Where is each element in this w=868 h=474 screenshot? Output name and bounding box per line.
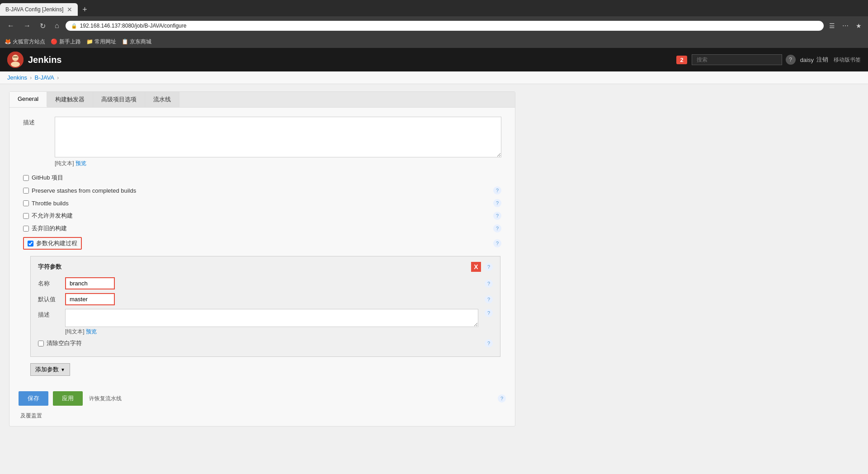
tab-general[interactable]: General [9, 92, 47, 107]
help-param-section-icon[interactable]: ? [485, 263, 493, 271]
checkbox-throttle-row: Throttle builds [23, 200, 69, 207]
jenkins-title: Jenkins [28, 55, 61, 65]
bookmark-common[interactable]: 📁 常用网址 [86, 38, 116, 46]
address-text: 192.168.146.137:8080/job/B-JAVA/configur… [80, 23, 818, 29]
param-preview-link[interactable]: 预览 [86, 328, 97, 335]
checkbox-discard-row: 丢弃旧的构建 [23, 224, 67, 232]
more-icon[interactable]: ⋯ [840, 21, 850, 30]
help-restoration-icon[interactable]: ? [498, 394, 506, 403]
add-param-button[interactable]: 添加参数 ▼ [30, 363, 70, 376]
checkbox-concurrent-row: 不允许并发构建 [23, 212, 73, 220]
restoration-text: 许恢复流水线 [87, 395, 122, 403]
save-button[interactable]: 保存 [19, 391, 48, 406]
extensions-icon[interactable]: ☰ [827, 21, 837, 30]
refresh-button[interactable]: ↻ [37, 20, 48, 32]
param-name-row: 名称 ? [38, 277, 493, 289]
help-desc-icon[interactable]: ? [485, 309, 493, 317]
add-param-label: 添加参数 [35, 365, 59, 374]
help-throttle-icon[interactable]: ? [493, 199, 501, 207]
checkbox-discard[interactable] [23, 226, 29, 232]
trim-checkbox-row: 清除空白字符 [38, 339, 82, 347]
param-name-label: 名称 [38, 280, 62, 288]
help-default-icon[interactable]: ? [485, 295, 493, 303]
checkbox-discard-label[interactable]: 丢弃旧的构建 [32, 224, 67, 232]
tab-close-icon[interactable]: ✕ [67, 6, 72, 13]
avatar [7, 52, 24, 68]
bookmark-newbie[interactable]: 🔴 新手上路 [51, 38, 80, 46]
active-tab[interactable]: B-JAVA Config [Jenkins] ✕ [0, 3, 78, 16]
param-default-row: 默认值 ? [38, 293, 493, 305]
notification-badge[interactable]: 2 [676, 56, 687, 64]
mobile-bookmark[interactable]: 移动版书签 [834, 56, 861, 64]
checkbox-github[interactable] [23, 175, 29, 181]
param-default-label: 默认值 [38, 295, 62, 303]
add-param-container: 添加参数 ▼ [30, 363, 501, 376]
checkbox-github-label[interactable]: GitHub 项目 [32, 174, 63, 182]
breadcrumb-sep-1: › [30, 74, 32, 81]
description-row: 描述 [纯文本] 预览 [23, 117, 501, 167]
search-input[interactable] [692, 54, 782, 65]
help-concurrent-icon[interactable]: ? [493, 212, 501, 220]
tab-content-general: 描述 [纯文本] 预览 GitHub 项目 [9, 108, 515, 385]
checkbox-params[interactable] [28, 241, 33, 246]
param-default-input[interactable] [65, 293, 115, 305]
coverage-row: 及覆盖置 [9, 412, 515, 426]
tab-pipeline[interactable]: 流水线 [145, 92, 179, 107]
checkbox-trim[interactable] [38, 341, 44, 346]
help-icon[interactable]: ? [786, 55, 796, 65]
checkbox-preserve-label[interactable]: Preserve stashes from completed builds [32, 187, 136, 194]
param-close-button[interactable]: X [471, 262, 481, 272]
header-search-container [692, 54, 782, 65]
tab-title: B-JAVA Config [Jenkins] [5, 6, 63, 13]
help-preserve-icon[interactable]: ? [493, 186, 501, 194]
breadcrumb-sep-2: › [57, 74, 59, 81]
preview-link[interactable]: 预览 [75, 160, 86, 166]
svg-point-2 [11, 62, 20, 67]
description-label: 描述 [23, 117, 50, 127]
help-discard-icon[interactable]: ? [493, 224, 501, 232]
bookmark-official[interactable]: 🦊 火狐官方站点 [5, 38, 45, 46]
logout-link[interactable]: 注销 [816, 56, 828, 64]
bookmark-icon[interactable]: ★ [854, 21, 863, 30]
help-params-icon[interactable]: ? [493, 239, 501, 247]
checkbox-trim-label[interactable]: 清除空白字符 [47, 339, 82, 347]
bookmark-jd[interactable]: 📋 京东商城 [122, 38, 151, 46]
param-name-input[interactable] [65, 277, 115, 289]
new-tab-button[interactable]: + [78, 5, 92, 14]
param-section: 字符参数 X ? 名称 ? 默认值 ? [30, 256, 500, 357]
description-textarea[interactable] [55, 117, 501, 157]
apply-button[interactable]: 应用 [53, 391, 83, 406]
address-bar[interactable]: 🔒 192.168.146.137:8080/job/B-JAVA/config… [66, 21, 824, 31]
forward-button[interactable]: → [21, 20, 33, 32]
help-name-icon[interactable]: ? [485, 280, 493, 288]
breadcrumb-jenkins[interactable]: Jenkins [7, 74, 27, 81]
breadcrumb-bjava[interactable]: B-JAVA [34, 74, 54, 81]
checkbox-concurrent-label[interactable]: 不允许并发构建 [32, 212, 73, 220]
param-desc-textarea[interactable] [65, 309, 478, 327]
help-trim-icon[interactable]: ? [485, 339, 493, 347]
tab-advanced[interactable]: 高级项目选项 [93, 92, 145, 107]
checkbox-preserve[interactable] [23, 188, 29, 194]
checkbox-throttle-label[interactable]: Throttle builds [32, 200, 69, 207]
bottom-bar: 保存 应用 许恢复流水线 ? [9, 385, 515, 412]
param-section-header: 字符参数 X ? [38, 262, 493, 272]
svg-point-1 [12, 55, 19, 61]
plain-text-label: [纯文本] [55, 160, 74, 166]
tab-build-triggers[interactable]: 构建触发器 [47, 92, 93, 107]
checkbox-github-row: GitHub 项目 [23, 174, 63, 182]
config-panel: General 构建触发器 高级项目选项 流水线 描述 [纯文本] 预览 [9, 91, 515, 427]
checkbox-params-label[interactable]: 参数化构建过程 [36, 239, 77, 247]
checkbox-params-highlighted: 参数化构建过程 [23, 237, 82, 250]
checkbox-preserve-row: Preserve stashes from completed builds [23, 187, 136, 194]
dropdown-arrow-icon: ▼ [61, 367, 65, 372]
lock-icon: 🔒 [71, 23, 77, 29]
coverage-text: 及覆盖置 [19, 412, 42, 419]
user-name[interactable]: daisy [800, 57, 814, 63]
checkbox-concurrent[interactable] [23, 213, 29, 219]
home-button[interactable]: ⌂ [52, 20, 62, 32]
param-desc-row: 描述 [纯文本] 预览 ? [38, 309, 493, 336]
breadcrumb: Jenkins › B-JAVA › [0, 71, 868, 84]
checkbox-throttle[interactable] [23, 200, 29, 206]
back-button[interactable]: ← [5, 20, 17, 32]
main-content: General 构建触发器 高级项目选项 流水线 描述 [纯文本] 预览 [0, 84, 868, 474]
